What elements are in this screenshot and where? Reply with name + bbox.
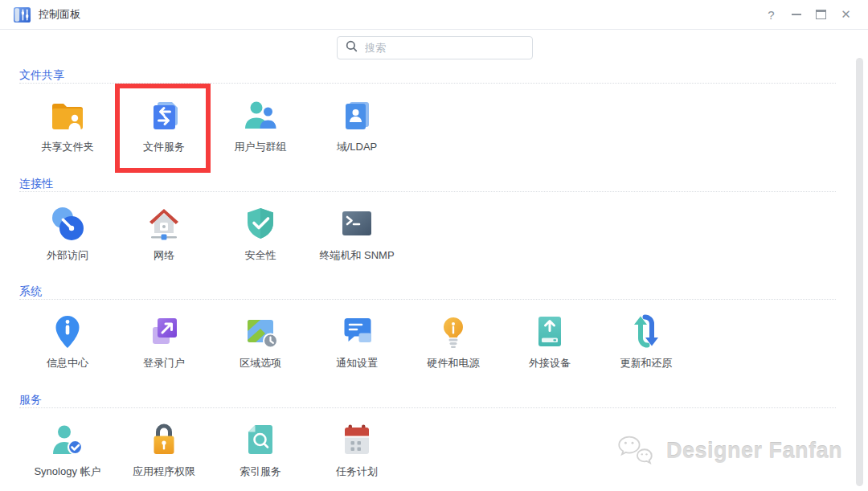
item-label: 外部访问: [47, 248, 88, 263]
synology-account-icon: [48, 420, 87, 459]
item-users-groups[interactable]: 用户与群组: [212, 96, 309, 154]
minimize-icon: [792, 14, 801, 15]
help-button[interactable]: ?: [759, 0, 784, 29]
item-security[interactable]: 安全性: [212, 204, 309, 263]
section-separator: [19, 191, 836, 192]
section-connectivity: 连接性外部访问网络安全性终端机和 SNMP: [19, 176, 836, 263]
window-controls: ?✕: [759, 0, 868, 29]
maximize-button[interactable]: [809, 0, 833, 29]
section-separator: [19, 407, 836, 408]
update-restore-icon: [627, 312, 665, 350]
item-network[interactable]: 网络: [116, 204, 212, 263]
item-label: 信息中心: [47, 356, 88, 370]
section-system: 系统信息中心登录门户区域选项通知设置硬件和电源外接设备更新和还原: [19, 284, 836, 370]
item-update-restore[interactable]: 更新和还原: [598, 312, 694, 370]
shared-folder-icon: [48, 96, 87, 134]
users-groups-icon: [241, 96, 280, 134]
item-label: Synology 帐户: [34, 464, 100, 479]
item-app-privileges[interactable]: 应用程序权限: [116, 420, 212, 479]
section-separator: [19, 83, 836, 84]
titlebar: 控制面板 ?✕: [0, 0, 868, 30]
item-info-center[interactable]: 信息中心: [19, 312, 116, 370]
external-devices-icon: [530, 312, 569, 350]
item-notification-settings[interactable]: 通知设置: [309, 312, 405, 370]
app-privileges-icon: [145, 420, 183, 459]
file-services-icon: [145, 96, 183, 134]
item-label: 区域选项: [240, 356, 281, 370]
regional-options-icon: [241, 312, 280, 350]
minimize-button[interactable]: [784, 0, 809, 29]
item-label: 更新和还原: [620, 356, 673, 370]
wechat-icon: [613, 432, 660, 470]
scrollbar-thumb[interactable]: [856, 58, 863, 486]
titlebar-left: 控制面板: [0, 6, 80, 24]
item-label: 通知设置: [336, 356, 378, 370]
item-label: 安全性: [245, 248, 276, 263]
item-synology-account[interactable]: Synology 帐户: [19, 420, 116, 479]
hardware-power-icon: [434, 312, 473, 350]
section-items-row: 外部访问网络安全性终端机和 SNMP: [19, 204, 836, 263]
item-label: 索引服务: [240, 464, 281, 479]
item-label: 终端机和 SNMP: [319, 248, 394, 263]
item-task-scheduler[interactable]: 任务计划: [309, 420, 405, 479]
sections: 文件共享共享文件夹文件服务用户与群组域/LDAP连接性外部访问网络安全性终端机和…: [0, 0, 868, 491]
item-label: 硬件和电源: [428, 356, 480, 370]
watermark: Designer Fanfan: [613, 432, 842, 470]
item-external-access[interactable]: 外部访问: [19, 204, 116, 263]
item-indexing-service[interactable]: 索引服务: [212, 420, 309, 479]
item-regional-options[interactable]: 区域选项: [212, 312, 309, 370]
item-label: 外接设备: [529, 356, 571, 370]
window-title: 控制面板: [39, 7, 80, 22]
control-panel-app-icon: [13, 6, 31, 24]
item-label: 登录门户: [143, 356, 185, 370]
section-title-services: 服务: [19, 392, 836, 407]
item-label: 网络: [154, 248, 174, 263]
security-icon: [241, 204, 280, 243]
terminal-snmp-icon: [338, 204, 376, 243]
item-file-services[interactable]: 文件服务: [116, 96, 212, 154]
network-icon: [145, 204, 183, 243]
item-label: 用户与群组: [235, 140, 287, 154]
section-title-connectivity: 连接性: [19, 176, 836, 190]
section-separator: [19, 299, 836, 300]
item-login-portal[interactable]: 登录门户: [116, 312, 212, 370]
item-label: 任务计划: [336, 464, 378, 479]
close-button[interactable]: ✕: [833, 0, 858, 29]
section-file-sharing: 文件共享共享文件夹文件服务用户与群组域/LDAP: [19, 68, 836, 154]
section-title-file-sharing: 文件共享: [19, 68, 836, 82]
login-portal-icon: [145, 312, 183, 350]
item-label: 应用程序权限: [133, 464, 195, 479]
section-items-row: 共享文件夹文件服务用户与群组域/LDAP: [19, 96, 836, 154]
section-title-system: 系统: [19, 284, 836, 298]
indexing-service-icon: [241, 420, 280, 459]
domain-ldap-icon: [338, 96, 376, 134]
item-external-devices[interactable]: 外接设备: [502, 312, 598, 370]
item-label: 域/LDAP: [337, 140, 378, 154]
task-scheduler-icon: [338, 420, 376, 459]
item-domain-ldap[interactable]: 域/LDAP: [309, 96, 405, 154]
external-access-icon: [48, 204, 87, 243]
item-terminal-snmp[interactable]: 终端机和 SNMP: [309, 204, 405, 263]
section-items-row: 信息中心登录门户区域选项通知设置硬件和电源外接设备更新和还原: [19, 312, 836, 370]
item-hardware-power[interactable]: 硬件和电源: [405, 312, 502, 370]
info-center-icon: [48, 312, 87, 350]
watermark-text: Designer Fanfan: [666, 439, 842, 464]
notification-settings-icon: [338, 312, 376, 350]
maximize-icon: [816, 10, 826, 19]
item-label: 共享文件夹: [42, 140, 94, 154]
item-label: 文件服务: [143, 140, 185, 154]
item-shared-folder[interactable]: 共享文件夹: [19, 96, 116, 154]
